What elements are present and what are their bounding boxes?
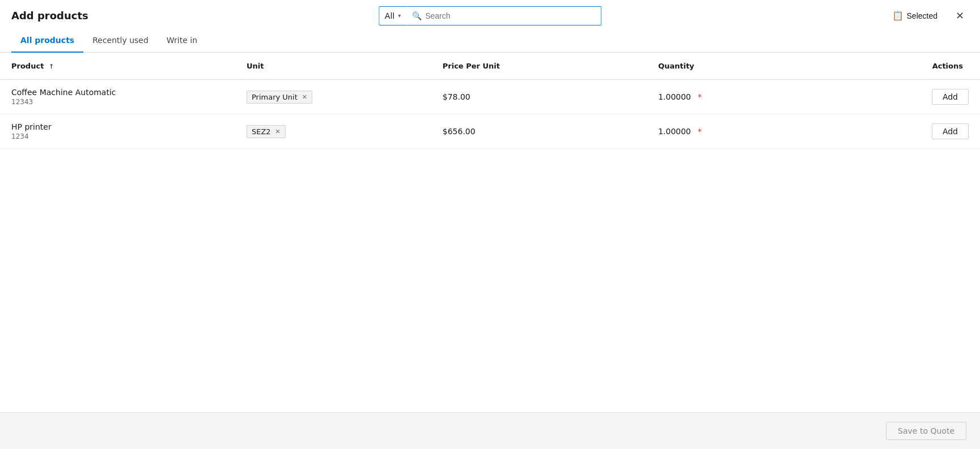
- save-to-quote-button[interactable]: Save to Quote: [886, 422, 966, 440]
- price-value-2: $656.00: [443, 127, 476, 136]
- product-code-2: 1234: [11, 132, 224, 140]
- search-container: All ▾ 🔍: [379, 6, 601, 25]
- unit-tag-label-1: Primary Unit: [252, 93, 298, 101]
- qty-cell-1: 1.00000 *: [647, 80, 862, 114]
- tab-all-products[interactable]: All products: [11, 29, 83, 53]
- price-cell-2: $656.00: [431, 114, 647, 149]
- price-value-1: $78.00: [443, 92, 470, 101]
- add-button-1[interactable]: Add: [932, 89, 969, 105]
- search-icon: 🔍: [412, 11, 422, 20]
- table-row: HP printer 1234 SEZ2 ✕ $656.00: [0, 114, 980, 149]
- modal-footer: Save to Quote: [0, 412, 980, 449]
- required-star-1: *: [698, 92, 702, 101]
- tabs: All products Recently used Write in: [11, 29, 969, 52]
- qty-container-1: 1.00000 *: [658, 92, 851, 101]
- selected-label: Selected: [907, 11, 937, 20]
- table-row: Coffee Machine Automatic 12343 Primary U…: [0, 80, 980, 114]
- product-name-1: Coffee Machine Automatic: [11, 88, 224, 97]
- add-button-2[interactable]: Add: [932, 123, 969, 139]
- header-right: 📋 Selected ✕: [888, 8, 969, 23]
- selected-button[interactable]: 📋 Selected: [888, 8, 942, 23]
- search-input-wrapper: 🔍: [406, 6, 601, 25]
- column-header-product[interactable]: Product ↑: [0, 53, 235, 80]
- tab-recently-used[interactable]: Recently used: [83, 29, 158, 53]
- product-cell-1: Coffee Machine Automatic 12343: [0, 80, 235, 114]
- table-container: Product ↑ Unit Price Per Unit Quantity A…: [0, 53, 980, 412]
- qty-container-2: 1.00000 *: [658, 127, 851, 136]
- unit-cell-1: Primary Unit ✕: [235, 80, 431, 114]
- qty-value-2: 1.00000: [658, 127, 691, 136]
- table-header-row: Product ↑ Unit Price Per Unit Quantity A…: [0, 53, 980, 80]
- unit-tag-label-2: SEZ2: [252, 127, 271, 136]
- product-name-2: HP printer: [11, 122, 224, 131]
- search-input[interactable]: [425, 11, 595, 20]
- tab-write-in[interactable]: Write in: [158, 29, 206, 53]
- modal-title: Add products: [11, 10, 113, 22]
- close-button[interactable]: ✕: [951, 8, 969, 23]
- add-products-modal: Add products All ▾ 🔍 📋 Selected ✕ All pr…: [0, 0, 980, 449]
- unit-tag-remove-1[interactable]: ✕: [302, 93, 307, 101]
- modal-header: Add products All ▾ 🔍 📋 Selected ✕: [0, 0, 980, 29]
- column-header-price: Price Per Unit: [431, 53, 647, 80]
- unit-tag-1[interactable]: Primary Unit ✕: [247, 91, 312, 104]
- qty-cell-2: 1.00000 *: [647, 114, 862, 149]
- search-filter-label: All: [385, 11, 394, 20]
- qty-value-1: 1.00000: [658, 92, 691, 101]
- column-header-actions: Actions: [863, 53, 981, 80]
- sort-asc-icon: ↑: [49, 63, 54, 70]
- price-cell-1: $78.00: [431, 80, 647, 114]
- required-star-2: *: [698, 127, 702, 136]
- actions-cell-2: Add: [863, 114, 981, 149]
- product-cell-2: HP printer 1234: [0, 114, 235, 149]
- product-code-1: 12343: [11, 98, 224, 106]
- chevron-down-icon: ▾: [398, 12, 401, 19]
- search-filter-dropdown[interactable]: All ▾: [379, 6, 406, 25]
- products-table: Product ↑ Unit Price Per Unit Quantity A…: [0, 53, 980, 149]
- tabs-container: All products Recently used Write in: [0, 29, 980, 53]
- unit-cell-2: SEZ2 ✕: [235, 114, 431, 149]
- clipboard-icon: 📋: [892, 10, 903, 21]
- unit-tag-remove-2[interactable]: ✕: [275, 128, 281, 135]
- unit-tag-2[interactable]: SEZ2 ✕: [247, 125, 286, 138]
- column-header-quantity: Quantity: [647, 53, 862, 80]
- column-header-unit: Unit: [235, 53, 431, 80]
- actions-cell-1: Add: [863, 80, 981, 114]
